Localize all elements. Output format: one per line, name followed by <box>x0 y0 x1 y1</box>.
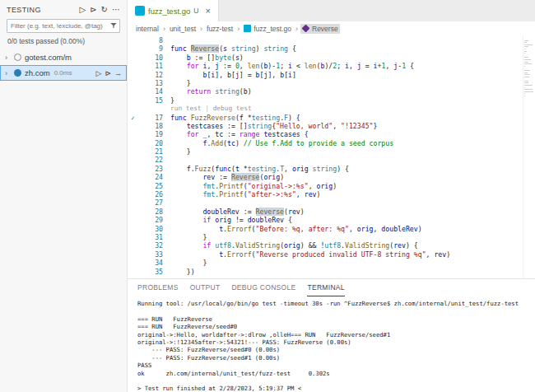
breadcrumb-item[interactable]: unit_test <box>168 24 198 34</box>
breadcrumb-separator-icon: › <box>200 25 202 33</box>
code-line[interactable]: 8 <box>128 36 523 44</box>
minimap-line <box>524 93 525 94</box>
code-line[interactable]: 21 } <box>128 147 523 156</box>
panel-tab-terminal[interactable]: TERMINAL <box>307 280 344 296</box>
gutter-glyph <box>128 87 138 96</box>
more-actions-icon[interactable]: ⋯ <box>112 6 120 14</box>
panel-tab-output[interactable]: OUTPUT <box>190 280 221 296</box>
code-line[interactable]: run test | debug test <box>128 105 523 113</box>
go-to-test-icon[interactable]: → <box>114 69 122 77</box>
test-tree-item[interactable]: ›gotest.com/m <box>0 49 127 65</box>
test-filter-input[interactable] <box>7 19 120 33</box>
line-number: 21 <box>138 147 163 156</box>
line-content: t.Errorf("Reverse produced invalid UTF-8… <box>170 250 523 259</box>
line-number: 26 <box>138 190 163 198</box>
gutter-glyph <box>128 44 138 53</box>
code-line[interactable]: 11 for i, j := 0, len(b)-1; i < len(b)/2… <box>128 62 523 70</box>
code-line[interactable]: 25 fmt.Printf("original->:%s", orig) <box>128 182 523 190</box>
line-content: f.Add(tc) // Use f.Add to provide a seed… <box>170 139 523 147</box>
close-tab-icon[interactable]: × <box>205 6 210 16</box>
code-line[interactable]: 14 return string(b) <box>128 87 523 96</box>
gutter-glyph <box>128 233 138 241</box>
gutter-glyph <box>128 71 138 79</box>
breadcrumb-item[interactable]: fuzz_test.go <box>242 24 293 34</box>
line-content: } <box>170 233 523 241</box>
gutter-glyph <box>128 250 138 259</box>
code-editor[interactable]: 89func Reverse(s string) string {10 b :=… <box>128 35 523 278</box>
breadcrumb-label: fuzz-test <box>207 25 233 33</box>
test-item-actions: ▷⊳→ <box>96 69 123 77</box>
code-line[interactable]: 18 testcases := []string{"Hello, world",… <box>128 122 523 130</box>
debug-test-icon[interactable]: ⊳ <box>105 69 111 77</box>
test-pass-icon[interactable]: ✓ <box>131 114 135 122</box>
code-line[interactable]: 33 t.Errorf("Reverse produced invalid UT… <box>128 250 523 259</box>
terminal-line: > Test run finished at 2/28/2023, 5:19:3… <box>137 385 530 392</box>
code-line[interactable]: 28 doubleRev := Reverse(rev) <box>128 208 523 216</box>
debug-all-tests-icon[interactable]: ⊳ <box>90 6 96 14</box>
test-state-icon <box>14 69 21 77</box>
breadcrumb-item[interactable]: Reverse <box>300 24 340 34</box>
code-line[interactable]: 9func Reverse(s string) string { <box>128 44 523 53</box>
panel-tab-bar: PROBLEMSOUTPUTDEBUG CONSOLETERMINAL <box>128 279 535 296</box>
panel-tab-debug-console[interactable]: DEBUG CONSOLE <box>231 280 295 296</box>
chevron-right-icon[interactable]: › <box>5 69 13 77</box>
code-line[interactable]: 13 } <box>128 79 523 87</box>
panel-tab-problems[interactable]: PROBLEMS <box>137 280 179 296</box>
terminal-output[interactable]: Running tool: /usr/local/go/bin/go test … <box>128 296 535 392</box>
line-number: 14 <box>138 87 163 96</box>
breadcrumb-item[interactable]: internal <box>134 24 160 34</box>
gutter-glyph <box>128 241 138 250</box>
code-line[interactable]: 15} <box>128 96 523 105</box>
code-line[interactable]: 19 for _, tc := range testcases { <box>128 130 523 138</box>
testing-sidebar: TESTING ▷⊳↻⋯ 0/0 tests passed (0.00%) ›g… <box>0 0 128 392</box>
gutter-glyph <box>128 96 138 105</box>
minimap-line <box>524 44 533 45</box>
line-number <box>138 105 163 113</box>
code-line[interactable]: 12 b[i], b[j] = b[j], b[i] <box>128 71 523 79</box>
breadcrumb-label: Reverse <box>312 25 338 33</box>
refresh-tests-icon[interactable]: ↻ <box>101 6 108 14</box>
code-line[interactable]: 24 rev := Reverse(orig) <box>128 173 523 181</box>
code-line[interactable]: 22 <box>128 156 523 164</box>
code-line[interactable]: 27 <box>128 198 523 207</box>
code-line[interactable]: 32 if utf8.ValidString(orig) && !utf8.Va… <box>128 241 523 250</box>
line-content <box>170 156 523 164</box>
minimap[interactable] <box>523 35 535 278</box>
code-line[interactable]: 31 } <box>128 233 523 241</box>
codelens-run-test[interactable]: run test <box>170 105 202 112</box>
terminal-line: === RUN FuzzReverse <box>137 315 530 323</box>
minimap-line <box>524 77 529 77</box>
test-tree-item[interactable]: ›zh.com0.0ms▷⊳→ <box>0 65 127 81</box>
gutter-glyph <box>128 259 138 267</box>
breadcrumb-item[interactable]: fuzz-test <box>205 24 235 34</box>
code-line[interactable]: 10 b := []byte(s) <box>128 54 523 62</box>
code-line[interactable]: 34 } <box>128 259 523 267</box>
test-duration: 0.0ms <box>54 69 72 77</box>
line-content: } <box>170 79 523 87</box>
chevron-right-icon[interactable]: › <box>5 54 13 62</box>
codelens-debug-test[interactable]: debug test <box>213 105 252 112</box>
run-all-tests-icon[interactable]: ▷ <box>80 6 86 14</box>
code-line[interactable]: 35 }) <box>128 268 523 276</box>
code-line[interactable]: 30 t.Errorf("Before: %q, after: %q", ori… <box>128 225 523 233</box>
sidebar-action-icons: ▷⊳↻⋯ <box>80 6 120 14</box>
line-number: 23 <box>138 165 163 173</box>
code-line[interactable]: 20 f.Add(tc) // Use f.Add to provide a s… <box>128 139 523 147</box>
breadcrumb: internal›unit_test›fuzz-test›fuzz_test.g… <box>128 21 535 35</box>
filter-icon[interactable] <box>109 21 118 30</box>
line-content: func FuzzReverse(f *testing.F) { <box>170 114 523 122</box>
code-line[interactable]: 23 f.Fuzz(func(t *testing.T, orig string… <box>128 165 523 173</box>
sidebar-title: TESTING <box>7 6 41 14</box>
tab-fuzz-test-go[interactable]: fuzz_test.go U × <box>128 0 219 21</box>
terminal-line: original->:Hello, worldafter->:dlrow ,ol… <box>137 331 530 338</box>
line-number: 33 <box>138 250 163 259</box>
minimap-line <box>524 42 527 43</box>
run-test-icon[interactable]: ▷ <box>96 69 102 77</box>
line-number: 9 <box>138 44 163 53</box>
line-content: for i, j := 0, len(b)-1; i < len(b)/2; i… <box>170 62 523 70</box>
code-line[interactable]: ✓17func FuzzReverse(f *testing.F) { <box>128 114 523 122</box>
minimap-line <box>524 63 532 64</box>
code-line[interactable]: 29 if orig != doubleRev { <box>128 216 523 224</box>
code-line[interactable]: 26 fmt.Printf("after->:%s", rev) <box>128 190 523 198</box>
tests-status-text: 0/0 tests passed (0.00%) <box>0 35 127 49</box>
